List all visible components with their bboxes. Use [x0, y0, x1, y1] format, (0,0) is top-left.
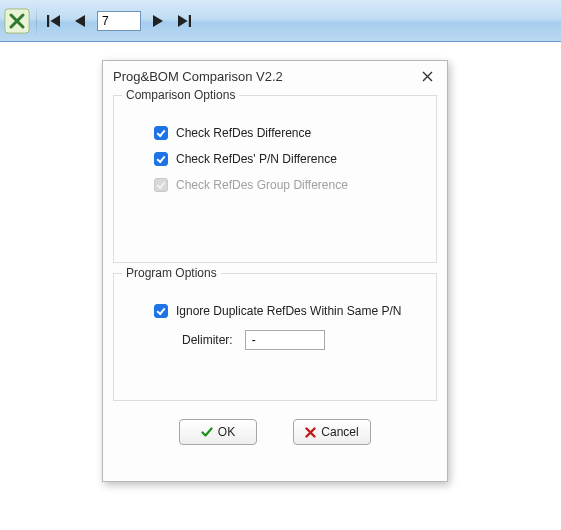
x-icon	[305, 427, 316, 438]
program-options-group: Program Options Ignore Duplicate RefDes …	[113, 273, 437, 401]
checkbox-row-pn-difference[interactable]: Check RefDes' P/N Difference	[154, 152, 424, 166]
checkbox-icon	[154, 152, 168, 166]
app-icon	[4, 8, 30, 34]
checkbox-icon	[154, 304, 168, 318]
delimiter-input[interactable]	[245, 330, 325, 350]
close-button[interactable]	[413, 65, 441, 87]
page-number-input[interactable]	[97, 11, 141, 31]
first-page-button[interactable]	[41, 6, 67, 36]
svg-rect-2	[47, 15, 49, 27]
group-title: Comparison Options	[122, 88, 239, 102]
svg-rect-3	[189, 15, 191, 27]
titlebar: Prog&BOM Comparison V2.2	[103, 61, 447, 91]
checkbox-label: Ignore Duplicate RefDes Within Same P/N	[176, 304, 401, 318]
checkbox-icon	[154, 126, 168, 140]
toolbar	[0, 0, 561, 42]
dialog-buttons: OK Cancel	[103, 419, 447, 445]
last-page-button[interactable]	[171, 6, 197, 36]
dialog-title: Prog&BOM Comparison V2.2	[113, 69, 413, 84]
comparison-options-group: Comparison Options Check RefDes Differen…	[113, 95, 437, 263]
checkbox-row-ignore-duplicate[interactable]: Ignore Duplicate RefDes Within Same P/N	[154, 304, 424, 318]
ok-button[interactable]: OK	[179, 419, 257, 445]
checkbox-icon	[154, 178, 168, 192]
dialog: Prog&BOM Comparison V2.2 Comparison Opti…	[102, 60, 448, 482]
checkbox-row-refdes-difference[interactable]: Check RefDes Difference	[154, 126, 424, 140]
check-icon	[201, 426, 213, 438]
cancel-button[interactable]: Cancel	[293, 419, 371, 445]
checkbox-label: Check RefDes Group Difference	[176, 178, 348, 192]
button-label: OK	[218, 425, 235, 439]
prev-page-button[interactable]	[67, 6, 93, 36]
checkbox-label: Check RefDes' P/N Difference	[176, 152, 337, 166]
checkbox-row-group-difference: Check RefDes Group Difference	[154, 178, 424, 192]
delimiter-label: Delimiter:	[182, 333, 233, 347]
group-title: Program Options	[122, 266, 221, 280]
close-icon	[422, 71, 433, 82]
delimiter-field: Delimiter:	[182, 330, 424, 350]
checkbox-label: Check RefDes Difference	[176, 126, 311, 140]
button-label: Cancel	[321, 425, 358, 439]
next-page-button[interactable]	[145, 6, 171, 36]
